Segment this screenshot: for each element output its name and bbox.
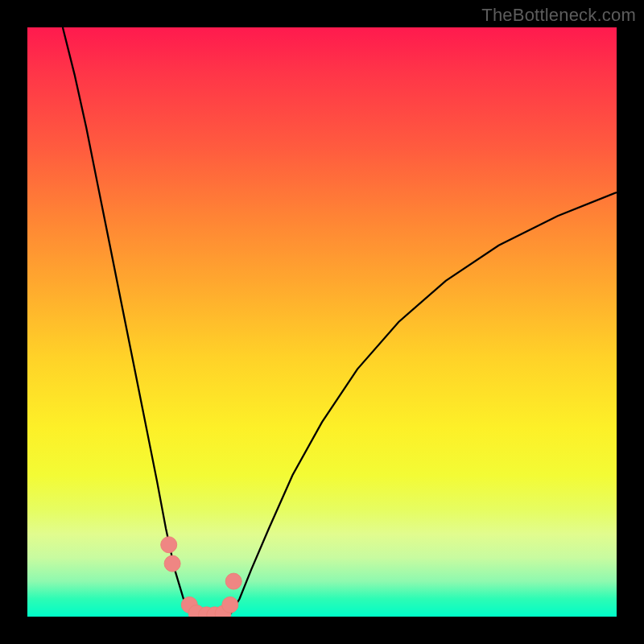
marker-dot	[225, 573, 242, 589]
chart-frame: TheBottleneck.com	[0, 0, 644, 644]
marker-dot	[161, 537, 177, 553]
plot-area	[27, 27, 617, 617]
marker-dot	[164, 555, 180, 572]
marker-dot	[222, 597, 238, 613]
bottleneck-curve-right	[222, 192, 617, 617]
bottleneck-curve-left	[63, 27, 198, 617]
watermark-text: TheBottleneck.com	[481, 5, 636, 26]
curve-layer	[27, 27, 617, 617]
marker-group	[161, 537, 242, 617]
